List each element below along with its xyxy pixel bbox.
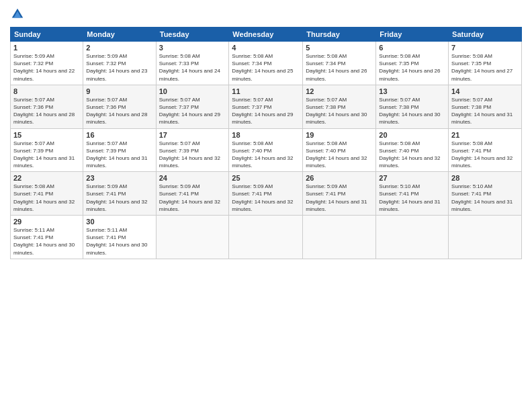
calendar-cell: 2Sunrise: 5:09 AMSunset: 7:32 PMDaylight… — [83, 42, 156, 85]
calendar-week-2: 8Sunrise: 5:07 AMSunset: 7:36 PMDaylight… — [11, 85, 522, 128]
calendar-cell: 14Sunrise: 5:07 AMSunset: 7:38 PMDayligh… — [449, 85, 522, 128]
calendar-cell: 3Sunrise: 5:08 AMSunset: 7:33 PMDaylight… — [156, 42, 229, 85]
day-info: Sunrise: 5:09 AMSunset: 7:41 PMDaylight:… — [306, 183, 373, 213]
calendar-cell — [376, 216, 449, 259]
logo — [10, 7, 28, 21]
day-number: 4 — [232, 44, 300, 52]
calendar-week-5: 29Sunrise: 5:11 AMSunset: 7:41 PMDayligh… — [11, 216, 522, 259]
day-info: Sunrise: 5:10 AMSunset: 7:41 PMDaylight:… — [451, 183, 519, 213]
day-number: 12 — [306, 87, 373, 95]
day-info: Sunrise: 5:07 AMSunset: 7:37 PMDaylight:… — [159, 96, 226, 126]
day-number: 8 — [13, 87, 80, 95]
day-number: 9 — [86, 87, 152, 95]
day-number: 3 — [159, 44, 226, 52]
calendar-week-3: 15Sunrise: 5:07 AMSunset: 7:39 PMDayligh… — [11, 128, 522, 172]
calendar-cell — [229, 216, 303, 259]
day-number: 27 — [379, 174, 445, 182]
page: SundayMondayTuesdayWednesdayThursdayFrid… — [0, 0, 532, 411]
calendar-cell: 22Sunrise: 5:08 AMSunset: 7:41 PMDayligh… — [11, 172, 83, 216]
day-number: 26 — [306, 174, 373, 182]
calendar-cell — [303, 216, 376, 259]
calendar-cell: 16Sunrise: 5:07 AMSunset: 7:39 PMDayligh… — [83, 128, 156, 172]
day-number: 25 — [232, 174, 300, 182]
calendar-cell: 28Sunrise: 5:10 AMSunset: 7:41 PMDayligh… — [449, 172, 522, 216]
calendar-cell: 18Sunrise: 5:08 AMSunset: 7:40 PMDayligh… — [229, 128, 303, 172]
day-info: Sunrise: 5:09 AMSunset: 7:41 PMDaylight:… — [86, 183, 152, 213]
day-info: Sunrise: 5:08 AMSunset: 7:35 PMDaylight:… — [379, 52, 445, 83]
calendar-cell — [156, 216, 229, 259]
calendar-week-1: 1Sunrise: 5:09 AMSunset: 7:32 PMDaylight… — [11, 42, 522, 85]
weekday-header-wednesday: Wednesday — [229, 28, 303, 42]
day-info: Sunrise: 5:08 AMSunset: 7:34 PMDaylight:… — [232, 52, 300, 83]
day-info: Sunrise: 5:07 AMSunset: 7:38 PMDaylight:… — [306, 96, 373, 126]
calendar-cell: 27Sunrise: 5:10 AMSunset: 7:41 PMDayligh… — [376, 172, 449, 216]
weekday-header-monday: Monday — [83, 28, 156, 42]
day-number: 10 — [159, 87, 226, 95]
calendar-cell: 25Sunrise: 5:09 AMSunset: 7:41 PMDayligh… — [229, 172, 303, 216]
day-number: 22 — [13, 174, 80, 182]
day-number: 15 — [13, 131, 80, 139]
calendar-cell: 1Sunrise: 5:09 AMSunset: 7:32 PMDaylight… — [11, 42, 83, 85]
day-number: 18 — [232, 131, 300, 139]
day-number: 7 — [451, 44, 519, 52]
day-number: 21 — [451, 131, 519, 139]
calendar-cell: 11Sunrise: 5:07 AMSunset: 7:37 PMDayligh… — [229, 85, 303, 128]
calendar-cell: 5Sunrise: 5:08 AMSunset: 7:34 PMDaylight… — [303, 42, 376, 85]
day-number: 6 — [379, 44, 445, 52]
day-info: Sunrise: 5:07 AMSunset: 7:37 PMDaylight:… — [232, 96, 300, 126]
weekday-header-friday: Friday — [376, 28, 449, 42]
day-info: Sunrise: 5:08 AMSunset: 7:41 PMDaylight:… — [13, 183, 80, 213]
day-info: Sunrise: 5:09 AMSunset: 7:41 PMDaylight:… — [159, 183, 226, 213]
weekday-header-saturday: Saturday — [449, 28, 522, 42]
calendar-cell: 9Sunrise: 5:07 AMSunset: 7:36 PMDaylight… — [83, 85, 156, 128]
day-info: Sunrise: 5:08 AMSunset: 7:40 PMDaylight:… — [232, 140, 300, 170]
calendar-cell: 8Sunrise: 5:07 AMSunset: 7:36 PMDaylight… — [11, 85, 83, 128]
day-info: Sunrise: 5:07 AMSunset: 7:38 PMDaylight:… — [379, 96, 445, 126]
calendar-cell: 21Sunrise: 5:08 AMSunset: 7:41 PMDayligh… — [449, 128, 522, 172]
calendar-cell: 4Sunrise: 5:08 AMSunset: 7:34 PMDaylight… — [229, 42, 303, 85]
day-number: 19 — [306, 131, 373, 139]
header — [10, 7, 522, 21]
day-info: Sunrise: 5:10 AMSunset: 7:41 PMDaylight:… — [379, 183, 445, 213]
day-number: 24 — [159, 174, 226, 182]
day-info: Sunrise: 5:07 AMSunset: 7:39 PMDaylight:… — [13, 140, 80, 170]
calendar-cell: 12Sunrise: 5:07 AMSunset: 7:38 PMDayligh… — [303, 85, 376, 128]
calendar-cell: 17Sunrise: 5:07 AMSunset: 7:39 PMDayligh… — [156, 128, 229, 172]
day-number: 29 — [13, 218, 80, 226]
day-info: Sunrise: 5:09 AMSunset: 7:32 PMDaylight:… — [13, 52, 80, 83]
day-info: Sunrise: 5:09 AMSunset: 7:32 PMDaylight:… — [86, 52, 152, 83]
weekday-header-tuesday: Tuesday — [156, 28, 229, 42]
day-number: 30 — [86, 218, 152, 226]
calendar-cell: 23Sunrise: 5:09 AMSunset: 7:41 PMDayligh… — [83, 172, 156, 216]
day-info: Sunrise: 5:07 AMSunset: 7:39 PMDaylight:… — [86, 140, 152, 170]
day-info: Sunrise: 5:08 AMSunset: 7:41 PMDaylight:… — [451, 140, 519, 170]
calendar-cell — [449, 216, 522, 259]
day-number: 20 — [379, 131, 445, 139]
day-number: 13 — [379, 87, 445, 95]
day-info: Sunrise: 5:08 AMSunset: 7:33 PMDaylight:… — [159, 52, 226, 83]
logo-icon — [10, 7, 25, 21]
day-info: Sunrise: 5:08 AMSunset: 7:34 PMDaylight:… — [306, 52, 373, 83]
weekday-header-thursday: Thursday — [303, 28, 376, 42]
day-number: 14 — [451, 87, 519, 95]
day-number: 16 — [86, 131, 152, 139]
calendar-cell: 6Sunrise: 5:08 AMSunset: 7:35 PMDaylight… — [376, 42, 449, 85]
calendar-cell: 19Sunrise: 5:08 AMSunset: 7:40 PMDayligh… — [303, 128, 376, 172]
day-number: 17 — [159, 131, 226, 139]
day-info: Sunrise: 5:09 AMSunset: 7:41 PMDaylight:… — [232, 183, 300, 213]
day-info: Sunrise: 5:08 AMSunset: 7:35 PMDaylight:… — [451, 52, 519, 83]
day-number: 2 — [86, 44, 152, 52]
day-number: 5 — [306, 44, 373, 52]
calendar-cell: 13Sunrise: 5:07 AMSunset: 7:38 PMDayligh… — [376, 85, 449, 128]
day-info: Sunrise: 5:07 AMSunset: 7:36 PMDaylight:… — [86, 96, 152, 126]
day-info: Sunrise: 5:07 AMSunset: 7:39 PMDaylight:… — [159, 140, 226, 170]
calendar-table: SundayMondayTuesdayWednesdayThursdayFrid… — [10, 27, 522, 259]
calendar-cell: 15Sunrise: 5:07 AMSunset: 7:39 PMDayligh… — [11, 128, 83, 172]
day-number: 1 — [13, 44, 80, 52]
day-info: Sunrise: 5:07 AMSunset: 7:38 PMDaylight:… — [451, 96, 519, 126]
header-row: SundayMondayTuesdayWednesdayThursdayFrid… — [11, 28, 522, 42]
day-info: Sunrise: 5:08 AMSunset: 7:40 PMDaylight:… — [379, 140, 445, 170]
calendar-week-4: 22Sunrise: 5:08 AMSunset: 7:41 PMDayligh… — [11, 172, 522, 216]
day-info: Sunrise: 5:11 AMSunset: 7:41 PMDaylight:… — [13, 226, 80, 257]
day-info: Sunrise: 5:08 AMSunset: 7:40 PMDaylight:… — [306, 140, 373, 170]
